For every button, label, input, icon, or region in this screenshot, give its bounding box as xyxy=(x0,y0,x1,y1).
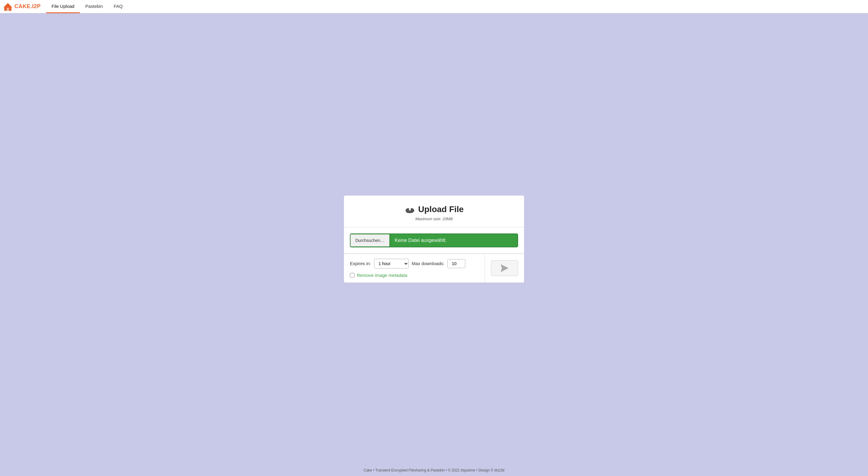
file-input-area: Durchsuchen… Keine Datei ausgewählt. xyxy=(344,227,524,254)
upload-card: Upload File Maximum size: 20MB Durchsuch… xyxy=(344,195,524,283)
main-content: Upload File Maximum size: 20MB Durchsuch… xyxy=(0,13,868,465)
upload-header: Upload File Maximum size: 20MB xyxy=(344,195,524,227)
send-icon xyxy=(500,264,509,272)
upload-options: Expires in: 1 hour6 hours12 hours1 day1 … xyxy=(344,254,524,283)
nav-faq[interactable]: FAQ xyxy=(108,0,128,13)
svg-marker-1 xyxy=(4,3,12,7)
cake-logo-icon xyxy=(3,2,13,11)
nav-file-upload[interactable]: File Upload xyxy=(46,0,80,13)
logo[interactable]: CAKE.I2P xyxy=(3,2,41,11)
file-name-label: Keine Datei ausgewählt. xyxy=(390,234,518,247)
upload-options-right xyxy=(485,254,524,283)
expires-select[interactable]: 1 hour6 hours12 hours1 day1 week xyxy=(374,259,409,268)
browse-button[interactable]: Durchsuchen… xyxy=(350,234,390,247)
nav-links: File Upload Pastebin FAQ xyxy=(46,0,128,13)
submit-button[interactable] xyxy=(491,260,518,276)
cloud-upload-icon xyxy=(404,204,415,215)
footer-text: Cake • Transient Encrypted Filesharing &… xyxy=(364,468,504,472)
expires-label: Expires in: xyxy=(350,261,371,266)
max-downloads-label: Max downloads: xyxy=(412,261,444,266)
upload-subtitle: Maximum size: 20MB xyxy=(350,217,518,221)
logo-text: CAKE.I2P xyxy=(14,3,41,10)
upload-title: Upload File xyxy=(418,204,464,214)
max-downloads-input[interactable] xyxy=(447,259,465,268)
file-input-wrapper: Durchsuchen… Keine Datei ausgewählt. xyxy=(350,233,518,247)
upload-options-left: Expires in: 1 hour6 hours12 hours1 day1 … xyxy=(344,254,485,283)
expires-row: Expires in: 1 hour6 hours12 hours1 day1 … xyxy=(350,259,478,268)
svg-rect-2 xyxy=(7,8,9,11)
upload-title-row: Upload File xyxy=(350,204,518,215)
navbar: CAKE.I2P File Upload Pastebin FAQ xyxy=(0,0,868,13)
metadata-label[interactable]: Remove image metadata xyxy=(357,273,407,278)
metadata-row: Remove image metadata xyxy=(350,273,478,278)
metadata-checkbox[interactable] xyxy=(350,273,354,278)
svg-marker-9 xyxy=(501,264,508,272)
footer: Cake • Transient Encrypted Filesharing &… xyxy=(0,465,868,476)
nav-pastebin[interactable]: Pastebin xyxy=(80,0,108,13)
